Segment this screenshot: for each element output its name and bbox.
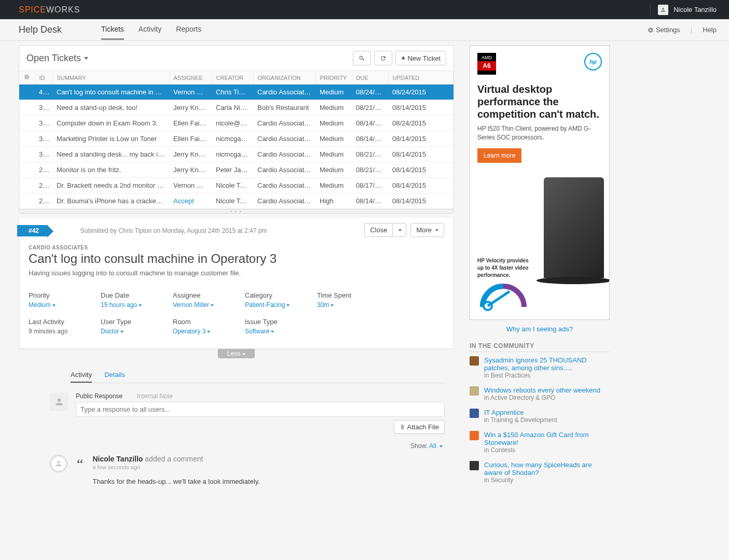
table-row[interactable]: 30Need a standing desk... my back is ser…: [19, 147, 453, 162]
logo[interactable]: SPICEWORKS: [19, 5, 80, 15]
ad-velocity-text: HP Velocity provides up to 4X faster vid…: [477, 257, 534, 279]
room-value[interactable]: Operatory 3: [173, 328, 210, 335]
community-link[interactable]: IT Apprentice: [484, 409, 524, 416]
table-row[interactable]: 42Can't log into consult machine in Oper…: [19, 85, 453, 100]
col-organization[interactable]: ORGANIZATION: [253, 71, 315, 85]
close-dropdown[interactable]: [392, 223, 406, 237]
tickets-table: ID SUMMARY ASSIGNEE CREATOR ORGANIZATION…: [19, 71, 453, 209]
community-item[interactable]: Win a $150 Amazon Gift Card from Stonewa…: [470, 431, 610, 454]
tab-activity[interactable]: Activity: [139, 20, 161, 40]
subtab-details[interactable]: Details: [104, 368, 125, 383]
time-value[interactable]: 30m: [317, 301, 334, 309]
settings-link[interactable]: Settings: [648, 26, 680, 34]
splitter-handle[interactable]: • • •: [19, 209, 453, 213]
community-link[interactable]: Windows reboots every other weekend: [484, 386, 600, 394]
community-item[interactable]: Curious, how many SpiceHeads are aware o…: [470, 461, 610, 484]
help-link[interactable]: Help: [703, 26, 717, 34]
table-row[interactable]: 32Computer down in Exam Room 3.Ellen Fai…: [19, 116, 453, 131]
caret-down-icon: [439, 445, 443, 447]
user-name: Nicole Tanzillo: [673, 6, 717, 13]
open-tickets-dropdown[interactable]: Open Tickets: [26, 53, 88, 64]
community-category: in Security: [484, 477, 610, 484]
community-link[interactable]: Win a $150 Amazon Gift Card from Stonewa…: [484, 431, 589, 446]
tab-tickets[interactable]: Tickets: [101, 20, 124, 40]
close-button[interactable]: Close: [364, 223, 392, 237]
community-category: in Training & Development: [484, 416, 557, 424]
assignee-value[interactable]: Vernon Miller: [173, 301, 214, 309]
community-link[interactable]: Sysadmin ignores 25 THOUSAND patches, am…: [484, 356, 587, 372]
ticket-detail-panel: #42 Submitted by Chris Tipton on Monday,…: [19, 218, 454, 349]
col-updated[interactable]: UPDATED: [388, 71, 453, 85]
due-value[interactable]: 15 hours ago: [101, 301, 142, 309]
logo-first: SPICE: [19, 5, 46, 14]
table-row[interactable]: 35Need a stand-up desk, too!Jerry KnopeC…: [19, 100, 453, 116]
refresh-icon: [380, 55, 387, 62]
paperclip-icon: [400, 424, 405, 430]
comment-header: Nicole Tanzillo added a comment: [92, 455, 445, 463]
assignee-label: Assignee: [173, 291, 245, 299]
community-icon: [470, 461, 479, 470]
col-assignee[interactable]: ASSIGNEE: [169, 71, 212, 85]
col-id[interactable]: ID: [35, 71, 52, 85]
community-item[interactable]: IT Apprenticein Training & Development: [470, 409, 610, 424]
community-category: in Active Directory & GPO: [484, 394, 600, 401]
internal-note-tab[interactable]: Internal Note: [137, 393, 173, 400]
table-row[interactable]: 31Marketing Printer is Low on TonerEllen…: [19, 131, 453, 147]
submitted-text: Submitted by Chris Tipton on Monday, Aug…: [80, 225, 267, 234]
nav-tabs: Tickets Activity Reports: [101, 20, 201, 40]
usertype-value[interactable]: Doctor: [101, 328, 123, 335]
community-icon: [470, 409, 479, 418]
col-summary[interactable]: SUMMARY: [52, 71, 169, 85]
ad-headline: Virtual desktop performance the competit…: [477, 83, 602, 120]
col-priority[interactable]: PRIORITY: [315, 71, 352, 85]
category-value[interactable]: Patient-Facing: [245, 301, 290, 309]
new-ticket-button[interactable]: + New Ticket: [395, 51, 446, 65]
close-button-group: Close: [364, 223, 406, 237]
ticket-description: Having issues logging into to consult ma…: [29, 269, 444, 277]
community-item[interactable]: Windows reboots every other weekendin Ac…: [470, 386, 610, 401]
search-button[interactable]: [353, 51, 371, 65]
issue-value[interactable]: Software: [245, 328, 274, 335]
learn-more-button[interactable]: Learn more: [477, 148, 521, 163]
ad-copy: HP t520 Thin Client, powered by AMD G-Se…: [477, 124, 602, 142]
response-input[interactable]: [76, 402, 445, 417]
table-row[interactable]: 26Dr. Brackett needs a 2nd monitor in op…: [19, 178, 453, 193]
user-area[interactable]: Nicole Tanzillo: [648, 5, 717, 15]
search-icon: [359, 55, 365, 62]
col-creator[interactable]: CREATOR: [212, 71, 253, 85]
subtab-activity[interactable]: Activity: [71, 368, 92, 383]
ad-banner[interactable]: AMDA6 hp Virtual desktop performance the…: [470, 45, 610, 320]
caret-up-icon: [242, 353, 245, 355]
more-button[interactable]: More: [410, 223, 444, 237]
col-due[interactable]: DUE: [352, 71, 388, 85]
last-label: Last Activity: [29, 318, 101, 326]
col-gear[interactable]: [19, 71, 35, 85]
priority-value[interactable]: Medium: [29, 301, 56, 309]
show-all-link[interactable]: All: [429, 442, 443, 450]
page-title: Help Desk: [19, 24, 62, 35]
tab-reports[interactable]: Reports: [176, 20, 201, 40]
why-ads-link[interactable]: Why am I seeing ads?: [470, 325, 610, 333]
response-avatar: [50, 393, 68, 411]
community-heading: IN THE COMMUNITY: [470, 342, 610, 352]
table-row[interactable]: 27Monitor is on the fritz.Jerry KnopePet…: [19, 162, 453, 178]
less-button[interactable]: Less: [218, 349, 255, 358]
refresh-button[interactable]: [374, 51, 392, 65]
community-item[interactable]: Sysadmin ignores 25 THOUSAND patches, am…: [470, 356, 610, 379]
gauge-icon: [477, 281, 529, 312]
community-link[interactable]: Curious, how many SpiceHeads are aware o…: [484, 461, 592, 477]
issue-label: Issue Type: [245, 318, 317, 326]
comment-time: a few seconds ago: [92, 464, 445, 470]
public-response-tab[interactable]: Public Response: [76, 393, 122, 400]
room-label: Room: [173, 318, 245, 326]
community-icon: [470, 356, 479, 366]
attach-file-button[interactable]: Attach File: [394, 420, 445, 434]
last-value: 9 minutes ago: [29, 328, 67, 335]
topbar: SPICEWORKS Nicole Tanzillo: [0, 0, 729, 19]
plus-icon: +: [401, 54, 405, 62]
caret-down-icon: [398, 229, 402, 231]
gear-icon: [24, 74, 30, 80]
due-label: Due Date: [101, 291, 173, 299]
user-avatar-icon: [658, 5, 668, 15]
table-row[interactable]: 24Dr. Bouma's iPhone has a cracked scree…: [19, 193, 453, 209]
